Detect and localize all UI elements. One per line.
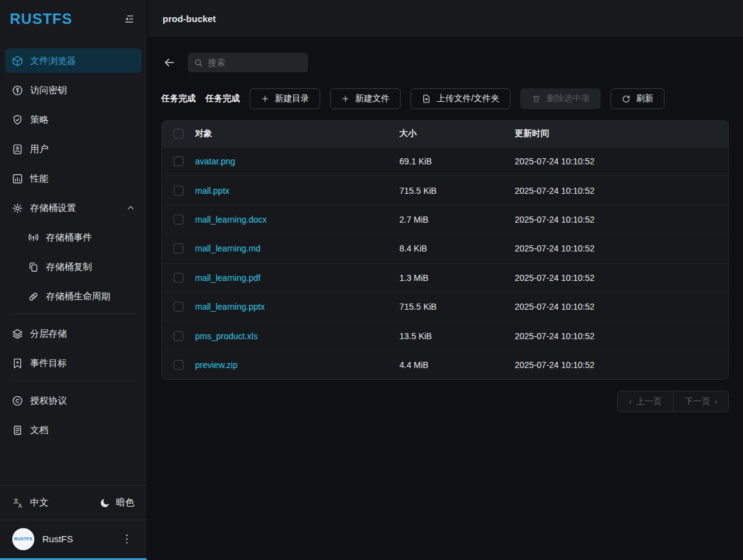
object-size: 4.4 MiB [399, 360, 515, 370]
object-updated: 2025-07-24 10:10:52 [515, 244, 728, 253]
task-status-label: 任务完成 [161, 93, 196, 104]
table-header-row: 对象 大小 更新时间 [162, 121, 728, 147]
content: 任务完成 任务完成 新建目录 新建文件 上传文件/文件夹 删除选中项 刷新 对象… [147, 38, 743, 560]
document-icon [11, 424, 23, 436]
sidebar-item-label: 分层存储 [30, 328, 67, 340]
object-size: 715.5 KiB [399, 302, 515, 312]
object-name-link[interactable]: mall_learning.pptx [195, 302, 399, 312]
object-name-link[interactable]: mall_learning.md [195, 244, 399, 253]
table-row: avatar.png 69.1 KiB 2025-07-24 10:10:52 [162, 147, 728, 175]
search-box[interactable] [188, 53, 308, 72]
pagination-group: ‹ 上一页 下一页 › [617, 391, 729, 412]
svg-text:A: A [18, 502, 22, 508]
language-toggle[interactable]: 文A 中文 [12, 497, 48, 509]
object-updated: 2025-07-24 10:10:52 [515, 186, 728, 196]
sidebar-item-copy[interactable]: 存储桶复制 [5, 255, 142, 279]
sidebar-item-label: 存储桶生命周期 [46, 291, 110, 302]
object-size: 13.5 KiB [399, 331, 515, 341]
sidebar-item-key[interactable]: 访问密钥 [5, 78, 142, 102]
object-size: 8.4 KiB [399, 244, 515, 253]
sidebar-item-bookmark-star[interactable]: 事件目标 [5, 351, 142, 375]
cube-icon [11, 55, 23, 67]
object-updated: 2025-07-24 10:10:52 [515, 156, 728, 166]
sidebar-item-label: 授权协议 [30, 395, 67, 407]
page-title: prod-bucket [163, 13, 216, 24]
object-size: 69.1 KiB [399, 156, 515, 166]
search-input[interactable] [208, 58, 319, 67]
profile-row: RUSTFS RustFS ⋮ [0, 520, 147, 560]
copyright-icon [11, 394, 23, 407]
sidebar-nav: 文件浏览器 访问密钥 策略 用户 性能 存储桶设置 存储桶事件 存储桶复制 存储… [0, 38, 147, 447]
layers-icon [11, 328, 23, 340]
sidebar-item-shield[interactable]: 策略 [5, 107, 142, 132]
row-checkbox[interactable] [174, 273, 183, 283]
sidebar-item-copyright[interactable]: 授权协议 [5, 388, 142, 413]
object-updated: 2025-07-24 10:10:52 [515, 215, 728, 224]
object-name-link[interactable]: mall.pptx [195, 186, 399, 196]
sidebar-item-layers[interactable]: 分层存储 [5, 321, 142, 346]
preferences-row: 文A 中文 暗色 [0, 485, 147, 520]
sidebar-item-lifecycle[interactable]: 存储桶生命周期 [5, 284, 142, 309]
sidebar-item-label: 性能 [30, 173, 48, 185]
row-checkbox[interactable] [174, 302, 183, 312]
column-header-object: 对象 [195, 128, 399, 139]
sidebar-item-label: 文件浏览器 [30, 55, 76, 67]
search-icon [194, 58, 203, 67]
toolbar: 任务完成 任务完成 新建目录 新建文件 上传文件/文件夹 删除选中项 刷新 [161, 88, 729, 109]
broadcast-icon [27, 231, 39, 244]
refresh-icon [622, 94, 631, 104]
select-all-checkbox[interactable] [174, 129, 183, 139]
lifecycle-icon [27, 290, 39, 302]
object-name-link[interactable]: preview.zip [195, 360, 399, 370]
object-name-link[interactable]: pms_product.xls [195, 331, 399, 341]
bookmark-star-icon [11, 357, 23, 369]
main-area: prod-bucket 任务完成 任务完成 新建目录 新建文件 上传文件/文件夹… [147, 0, 743, 560]
gear-icon [11, 202, 23, 214]
back-arrow-icon[interactable] [161, 55, 177, 71]
object-name-link[interactable]: mall_learning.docx [195, 215, 399, 224]
column-header-updated: 更新时间 [515, 128, 728, 139]
object-name-link[interactable]: avatar.png [195, 156, 399, 166]
row-checkbox[interactable] [174, 331, 183, 341]
sidebar-bottom: 文A 中文 暗色 RUSTFS RustFS ⋮ [0, 485, 147, 560]
sidebar-item-cube[interactable]: 文件浏览器 [5, 48, 142, 73]
upload-button[interactable]: 上传文件/文件夹 [410, 88, 510, 109]
search-row [161, 53, 729, 72]
table-row: mall_learning.docx 2.7 MiB 2025-07-24 10… [162, 205, 728, 234]
moon-icon [99, 497, 110, 508]
sidebar-item-chart-bar[interactable]: 性能 [5, 166, 142, 191]
rustfs-logo: RUSTFS [10, 10, 72, 28]
sidebar-item-broadcast[interactable]: 存储桶事件 [5, 225, 142, 250]
collapse-sidebar-icon[interactable] [122, 12, 136, 26]
object-updated: 2025-07-24 10:10:52 [515, 273, 728, 283]
column-header-size: 大小 [399, 128, 515, 139]
row-checkbox[interactable] [174, 156, 183, 166]
refresh-button[interactable]: 刷新 [610, 88, 664, 109]
theme-toggle[interactable]: 暗色 [99, 497, 134, 508]
object-updated: 2025-07-24 10:10:52 [515, 331, 728, 341]
new-directory-button[interactable]: 新建目录 [250, 88, 320, 109]
object-size: 715.5 KiB [399, 186, 515, 196]
translate-icon: 文A [12, 497, 25, 509]
sidebar-item-document[interactable]: 文档 [5, 418, 142, 442]
object-updated: 2025-07-24 10:10:52 [515, 302, 728, 312]
row-checkbox[interactable] [174, 244, 183, 253]
sidebar-item-user-card[interactable]: 用户 [5, 137, 142, 161]
plus-icon [341, 94, 350, 103]
new-file-button[interactable]: 新建文件 [330, 88, 401, 109]
chevron-right-icon: › [715, 397, 717, 406]
next-page-button[interactable]: 下一页 › [673, 391, 728, 412]
table-row: mall_learning.pptx 715.5 KiB 2025-07-24 … [162, 292, 728, 321]
profile-menu-icon[interactable]: ⋮ [119, 530, 134, 548]
row-checkbox[interactable] [174, 186, 183, 196]
plus-icon [261, 94, 269, 103]
sidebar-header: RUSTFS [0, 0, 147, 38]
prev-page-button[interactable]: ‹ 上一页 [618, 391, 673, 412]
sidebar-item-label: 事件目标 [30, 358, 67, 369]
row-checkbox[interactable] [174, 360, 183, 370]
row-checkbox[interactable] [174, 215, 183, 224]
sidebar-item-gear[interactable]: 存储桶设置 [5, 196, 142, 220]
object-name-link[interactable]: mall_learning.pdf [195, 273, 399, 283]
delete-selected-button: 删除选中项 [520, 88, 601, 109]
task-status-label: 任务完成 [206, 93, 240, 104]
